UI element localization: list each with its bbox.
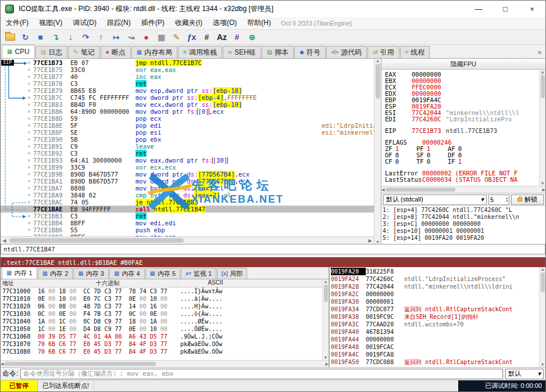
tab-locals[interactable]: [x]局部	[217, 268, 247, 279]
disasm-row[interactable]: 77CE1BB3 C3 ret	[1, 213, 374, 220]
dump-row[interactable]: 77C31070 70 6B C6 77 E0 45 D3 77 84 4F D…	[1, 340, 322, 348]
scroll-down-arrow[interactable]: ▼	[324, 355, 327, 360]
hide-fpu-button[interactable]: 隐藏FPU	[381, 59, 545, 70]
stack-row[interactable]: 0019FA4C 0019FCA8	[331, 351, 538, 358]
spin-down-icon[interactable]: ▾	[506, 200, 508, 203]
dump-row[interactable]: 77C31030 0C 00 0E 00 F4 7B C3 77 0C 00 0…	[1, 310, 322, 318]
menu-debug[interactable]: 调试(D)	[67, 17, 102, 29]
breakpoint-gutter[interactable]	[1, 136, 33, 143]
breakpoint-gutter[interactable]	[1, 206, 33, 213]
argument-row[interactable]: 5: [esp+14] 0019FA20 0019FA20	[383, 235, 544, 242]
scroll-right-arrow[interactable]: ▶	[366, 238, 374, 243]
tab-call-stack[interactable]: ≡调用堆栈	[178, 46, 222, 58]
argument-count-spinner[interactable]: 5▴▾	[488, 195, 509, 205]
open-file-icon[interactable]	[5, 34, 15, 41]
breakpoint-gutter[interactable]	[1, 178, 33, 185]
disasm-row[interactable]: 77CE1BA9 3848 02 cmp byte ptr ds:[eax+2]…	[1, 192, 374, 199]
stack-row[interactable]: 0019FA50 77CDC088 返回到 ntdll.RtlCaptureSt…	[331, 358, 538, 366]
breakpoint-gutter[interactable]	[1, 164, 33, 171]
step-over-icon[interactable]: ↷	[78, 31, 93, 44]
stack-row[interactable]: 0019FA28 77C42044 ntdll."minkernel\\ntdl…	[331, 283, 538, 290]
argument-row[interactable]: 4: [esp+10] 00000001 00000001	[383, 228, 544, 235]
register-row[interactable]: EBX 00000000	[385, 78, 537, 84]
breakpoint-gutter[interactable]	[1, 108, 33, 115]
argument-row[interactable]: 2: [esp+8] 77C42044 ntdll."minkernel\\n	[383, 214, 544, 221]
menu-file[interactable]: 文件(F)	[1, 17, 34, 29]
tab-scroll-left-button[interactable]: «	[534, 46, 545, 58]
breakpoint-gutter[interactable]	[1, 157, 33, 164]
comments-icon[interactable]: #	[199, 31, 214, 44]
register-row[interactable]: ECX FFEC0000	[385, 84, 537, 91]
scroll-left-arrow[interactable]: ◀	[1, 362, 3, 366]
register-row[interactable]: EAX 00000000	[385, 71, 537, 78]
scrollbar-thumb[interactable]	[386, 188, 455, 192]
references-icon[interactable]: #	[230, 31, 244, 44]
menu-favourites[interactable]: 收藏夹(I)	[170, 17, 208, 29]
tab-watch-1[interactable]: x=监视 1	[181, 268, 216, 279]
tab-memory-map[interactable]: ▦内存布局	[131, 46, 177, 58]
breakpoint-gutter[interactable]	[1, 185, 33, 192]
calling-convention-select[interactable]: 默认 (stdcall)▾	[383, 195, 487, 205]
register-row[interactable]: EDI 77C4260C "LdrpInitializePro	[385, 116, 537, 123]
breakpoint-gutter[interactable]	[1, 80, 33, 87]
scroll-up-arrow[interactable]: ▲	[541, 70, 544, 74]
run-icon[interactable]: ↴	[48, 31, 63, 44]
tab-script[interactable]: ▤脚本	[262, 46, 294, 58]
command-mode-select[interactable]: 默认▾	[505, 369, 544, 379]
stack-row[interactable]: 0019FA2C 00000000	[331, 290, 538, 298]
breakpoint-gutter[interactable]	[1, 150, 33, 157]
tab-dump-4[interactable]: ▦内存 4	[109, 268, 145, 279]
dump-row[interactable]: 77C31040 1A 00 1C 00 0C D8 C9 77 18 00 1…	[1, 318, 322, 325]
register-row[interactable]: ESI 77C42044 "minkernel\\ntdll\\l	[385, 110, 537, 116]
scroll-left-arrow[interactable]: ◀	[381, 188, 384, 192]
tab-references[interactable]: ⇄引用	[367, 46, 399, 58]
close-button[interactable]: ×	[519, 1, 545, 17]
register-row[interactable]: EBP 0019FA4C	[385, 97, 537, 103]
cpu-flag[interactable]: IF1	[448, 159, 479, 165]
breakpoints-icon[interactable]: ●	[139, 31, 154, 44]
tab-threads[interactable]: ≈线程	[400, 46, 430, 58]
breakpoint-gutter[interactable]	[1, 233, 33, 236]
disasm-row[interactable]: 77CE1B86 64:890D 00000000 mov dword ptr …	[1, 108, 374, 115]
disasm-row[interactable]: 77CE1B92 C3 ret	[1, 150, 374, 157]
menu-plugins[interactable]: 插件(P)	[136, 17, 170, 29]
step-out-icon[interactable]: ↑	[94, 31, 108, 44]
disasm-row[interactable]: 77CE1BAE E8 94FFFFFF call ntdll.77CE1B47	[1, 206, 374, 213]
dump-row[interactable]: 77C31050 1C 00 1E 00 D4 D8 C9 77 0E 00 1…	[1, 325, 322, 333]
disasm-row[interactable]: 77CE1B8D 59 pop ecx	[1, 115, 374, 122]
disasm-row[interactable]: 77CE1B75 33C0 xor eax,eax	[1, 66, 374, 73]
scrollbar-thumb[interactable]	[9, 238, 184, 243]
scroll-up-arrow[interactable]: ▲	[324, 279, 327, 284]
breakpoint-gutter[interactable]	[1, 199, 33, 206]
argument-row[interactable]: 3: [esp+C] 00000000 00000000	[383, 221, 544, 228]
scroll-up-arrow[interactable]: ▲	[376, 59, 380, 63]
restart-icon[interactable]: ↻	[18, 31, 33, 44]
functions-icon[interactable]: ƒx	[184, 31, 199, 44]
disasm-row[interactable]: 77CE1B73 EB 07 jmp ntdll.77CE1B7C	[1, 59, 374, 66]
disasm-row[interactable]: 77CE1BB6 55 push ebp	[1, 226, 374, 233]
disasm-row[interactable]: 77CE1B78 C3 ret	[1, 80, 374, 87]
stack-row[interactable]: 0019FA40 46781394	[331, 328, 538, 336]
command-input[interactable]	[20, 369, 503, 379]
disasm-row[interactable]: 77CE1B83 8B4D F0 mov ecx,dword ptr ss:[e…	[1, 101, 374, 108]
stack-row[interactable]: 0019FA3C 77CAAD20 ntdll.wcstombs+70	[331, 321, 538, 328]
register-row-laststatus[interactable]: LastStatus C0000034 (STATUS_OBJECT_NA	[385, 177, 537, 183]
run-to-return-icon[interactable]: ↦	[109, 31, 123, 44]
pause-icon[interactable]: ■	[33, 31, 48, 44]
disasm-horizontal-scrollbar[interactable]: ◀ ▶	[1, 236, 374, 244]
disasm-row[interactable]: 77CE1BB7 8BEC mov ebp,esp	[1, 233, 374, 236]
scrollbar-thumb[interactable]	[5, 362, 156, 366]
argument-row[interactable]: 1: [esp+4] 77C4260C ntdll.77C4260C "L	[383, 207, 544, 214]
scrollbar-thumb[interactable]	[541, 272, 545, 292]
register-row[interactable]: ESP 0019FA20	[385, 103, 537, 110]
disasm-row[interactable]: 77CE1B8F 5E pop esi esi:"minkernel\\ntdl…	[1, 129, 374, 136]
registers-vertical-scrollbar[interactable]: ▲ ▼	[539, 70, 545, 186]
breakpoint-gutter[interactable]	[1, 115, 33, 122]
registers-horizontal-scrollbar[interactable]: ◀ ▶	[381, 186, 545, 193]
dump-row[interactable]: 77C31010 0E 00 10 00 E0 7C C3 77 0E 00 1…	[1, 295, 322, 303]
dump-row[interactable]: 77C31060 00 39 D5 77 4C 01 4A 00 A6 43 D…	[1, 333, 322, 340]
breakpoint-gutter[interactable]	[1, 73, 33, 80]
register-row[interactable]: EDX 00000000	[385, 91, 537, 97]
stack-row[interactable]: 0019FA30 00000001	[331, 298, 538, 305]
cpu-flag[interactable]: TF0	[416, 159, 448, 165]
